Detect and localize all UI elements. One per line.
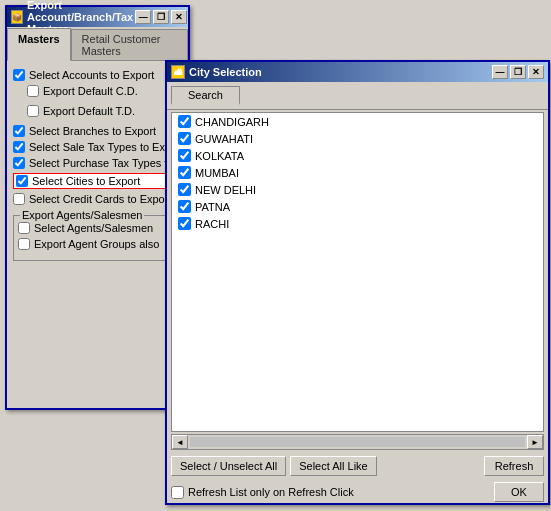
main-minimize-btn[interactable]: — [135, 10, 151, 24]
city-item-guwahati: GUWAHATI [172, 130, 543, 147]
city-checkbox-mumbai[interactable] [178, 166, 191, 179]
main-window-icon: 📦 [11, 10, 23, 24]
select-cities-label: Select Cities to Export [32, 175, 140, 187]
export-td-row: Export Default T.D. [27, 105, 182, 117]
city-checkbox-chandigarh[interactable] [178, 115, 191, 128]
main-restore-btn[interactable]: ❐ [153, 10, 169, 24]
export-cd-checkbox[interactable] [27, 85, 39, 97]
select-sale-tax-row: Select Sale Tax Types to Expo [13, 141, 182, 153]
refresh-list-checkbox[interactable] [171, 486, 184, 499]
agents-section-label: Export Agents/Salesmen [20, 209, 144, 221]
select-accounts-checkbox[interactable] [13, 69, 25, 81]
select-purchase-tax-label: Select Purchase Tax Types to [29, 157, 174, 169]
city-label-mumbai: MUMBAI [195, 167, 239, 179]
city-label-chandigarh: CHANDIGARH [195, 116, 269, 128]
refresh-button[interactable]: Refresh [484, 456, 544, 476]
scroll-left-btn[interactable]: ◄ [172, 435, 188, 449]
tab-retail-customer-masters[interactable]: Retail Customer Masters [71, 29, 188, 60]
export-agent-groups-checkbox[interactable] [18, 238, 30, 250]
horizontal-scrollbar[interactable]: ◄ ► [171, 434, 544, 450]
city-item-rachi: RACHI [172, 215, 543, 232]
city-item-new-delhi: NEW DELHI [172, 181, 543, 198]
select-branches-checkbox[interactable] [13, 125, 25, 137]
scroll-right-btn[interactable]: ► [527, 435, 543, 449]
city-checkbox-rachi[interactable] [178, 217, 191, 230]
city-item-patna: PATNA [172, 198, 543, 215]
select-agents-label: Select Agents/Salesmen [34, 222, 153, 234]
ok-button[interactable]: OK [494, 482, 544, 502]
bottom-buttons: Select / Unselect All Select All Like Re… [167, 452, 548, 480]
city-label-kolkata: KOLKATA [195, 150, 244, 162]
select-branches-row: Select Branches to Export [13, 125, 182, 137]
city-restore-btn[interactable]: ❐ [510, 65, 526, 79]
city-title-buttons: — ❐ ✕ [492, 65, 544, 79]
select-cities-checkbox[interactable] [16, 175, 28, 187]
city-checkbox-guwahati[interactable] [178, 132, 191, 145]
city-minimize-btn[interactable]: — [492, 65, 508, 79]
select-credit-cards-label: Select Credit Cards to Export [29, 193, 171, 205]
city-checkbox-patna[interactable] [178, 200, 191, 213]
select-agents-checkbox[interactable] [18, 222, 30, 234]
export-td-checkbox[interactable] [27, 105, 39, 117]
select-agents-row: Select Agents/Salesmen [18, 222, 177, 234]
city-title-left: 🏙 City Selection [171, 65, 262, 79]
export-cd-row: Export Default C.D. [27, 85, 138, 97]
city-checkbox-kolkata[interactable] [178, 149, 191, 162]
city-checkbox-new-delhi[interactable] [178, 183, 191, 196]
export-agent-groups-label: Export Agent Groups also [34, 238, 159, 250]
export-cd-label: Export Default C.D. [43, 85, 138, 97]
city-window-title: City Selection [189, 66, 262, 78]
select-unselect-all-button[interactable]: Select / Unselect All [171, 456, 286, 476]
city-item-chandigarh: CHANDIGARH [172, 113, 543, 130]
tab-masters[interactable]: Masters [7, 28, 71, 61]
select-sale-tax-label: Select Sale Tax Types to Expo [29, 141, 177, 153]
main-content: Select Accounts to Export Export Default… [7, 61, 188, 269]
select-purchase-tax-row: Select Purchase Tax Types to [13, 157, 182, 169]
city-label-guwahati: GUWAHATI [195, 133, 253, 145]
city-window-icon: 🏙 [171, 65, 185, 79]
export-td-label: Export Default T.D. [43, 105, 135, 117]
select-accounts-row: Select Accounts to Export [13, 69, 182, 81]
select-accounts-label: Select Accounts to Export [29, 69, 154, 81]
refresh-checkbox-row: Refresh List only on Refresh Click OK [167, 480, 548, 506]
city-item-kolkata: KOLKATA [172, 147, 543, 164]
city-close-btn[interactable]: ✕ [528, 65, 544, 79]
main-title-bar: 📦 Export Account/Branch/Tax Masters — ❐ … [7, 7, 188, 27]
select-sale-tax-checkbox[interactable] [13, 141, 25, 153]
select-cities-row: Select Cities to Export [13, 173, 182, 189]
select-branches-label: Select Branches to Export [29, 125, 156, 137]
city-list: CHANDIGARH GUWAHATI KOLKATA MUMBAI NEW D… [171, 112, 544, 432]
main-close-btn[interactable]: ✕ [171, 10, 187, 24]
export-agent-groups-row: Export Agent Groups also [18, 238, 177, 250]
select-credit-cards-row: Select Credit Cards to Export [13, 193, 182, 205]
city-item-mumbai: MUMBAI [172, 164, 543, 181]
city-title-bar: 🏙 City Selection — ❐ ✕ [167, 62, 548, 82]
city-label-rachi: RACHI [195, 218, 229, 230]
agents-section: Export Agents/Salesmen Select Agents/Sal… [13, 215, 182, 261]
city-label-new-delhi: NEW DELHI [195, 184, 256, 196]
select-all-like-button[interactable]: Select All Like [290, 456, 376, 476]
search-bar: Search [167, 82, 548, 110]
main-title-buttons: — ❐ ✕ [135, 10, 187, 24]
select-credit-cards-checkbox[interactable] [13, 193, 25, 205]
city-label-patna: PATNA [195, 201, 230, 213]
main-window: 📦 Export Account/Branch/Tax Masters — ❐ … [5, 5, 190, 410]
search-tab[interactable]: Search [171, 86, 240, 105]
city-window: 🏙 City Selection — ❐ ✕ Search CHANDIGARH… [165, 60, 550, 505]
main-tab-bar: Masters Retail Customer Masters [7, 27, 188, 61]
select-purchase-tax-checkbox[interactable] [13, 157, 25, 169]
scroll-track[interactable] [190, 437, 525, 447]
refresh-list-label: Refresh List only on Refresh Click [188, 486, 354, 498]
